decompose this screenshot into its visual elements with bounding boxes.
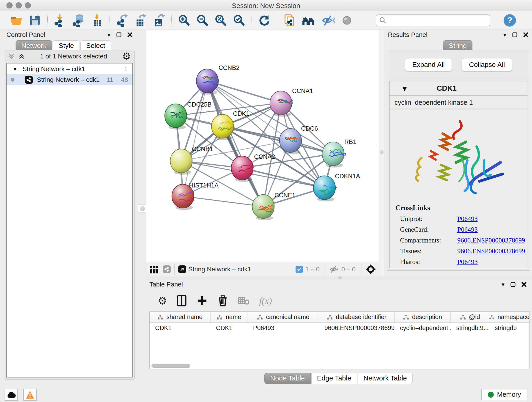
grid-view-icon[interactable] bbox=[149, 264, 159, 274]
crosshair-icon[interactable] bbox=[365, 264, 376, 274]
network-tree: ▾ String Network – cdk1 1 String Network… bbox=[6, 63, 133, 377]
refresh-view-button[interactable] bbox=[258, 14, 271, 27]
network-view-type-icon[interactable] bbox=[163, 265, 171, 273]
collection-label: String Network – cdk1 bbox=[22, 65, 85, 73]
close-panel-icon[interactable] bbox=[127, 32, 133, 37]
tab-edge-table[interactable]: Edge Table bbox=[311, 373, 357, 384]
network-node-cdk1: CDK1 bbox=[211, 110, 249, 140]
add-column-icon[interactable] bbox=[196, 295, 208, 306]
results-panel-title: Results Panel bbox=[388, 31, 428, 38]
collapse-all-button[interactable]: Collapse All bbox=[462, 58, 512, 71]
gene-section-header[interactable]: ▼ CDK1 bbox=[389, 81, 528, 95]
left-splitter-handle[interactable] bbox=[138, 205, 146, 212]
hidden-eye-slash-icon[interactable] bbox=[329, 265, 339, 274]
network-canvas[interactable]: CCNB2CCNA1CDC25BCDK1CDC6RB1CCNB1CCNA2CDK… bbox=[146, 30, 379, 262]
right-splitter-handle[interactable] bbox=[380, 150, 384, 154]
help-button[interactable]: ? bbox=[504, 14, 516, 27]
network-type-icon bbox=[25, 76, 33, 84]
section-expander-icon[interactable]: ▼ bbox=[402, 85, 407, 91]
table-row[interactable]: CDK1 CDK1 P06493 9606.ENSP00000378699 cy… bbox=[150, 323, 530, 333]
network-options-gear-icon[interactable]: ⚙ bbox=[122, 51, 131, 61]
expand-all-networks-icon[interactable] bbox=[8, 53, 15, 60]
network-file-share-button[interactable] bbox=[283, 14, 296, 27]
import-network-file-button[interactable] bbox=[54, 14, 66, 27]
svg-text:CDKN1A: CDKN1A bbox=[335, 173, 360, 180]
column-header[interactable]: canonical name bbox=[247, 312, 319, 322]
collapse-all-networks-icon[interactable] bbox=[18, 53, 25, 60]
zoom-selected-button[interactable] bbox=[233, 14, 246, 27]
tab-style[interactable]: Style bbox=[53, 40, 80, 51]
column-header[interactable]: name bbox=[210, 312, 248, 322]
column-header[interactable]: database identifier bbox=[319, 312, 394, 322]
import-network-from-database-button[interactable] bbox=[72, 14, 85, 27]
hide-glass-panel-button[interactable] bbox=[321, 14, 335, 27]
float-panel-icon[interactable] bbox=[512, 32, 517, 37]
crosslink-row: Uniprot:P06493 bbox=[389, 213, 528, 224]
warnings-button[interactable] bbox=[23, 389, 37, 401]
export-network-icon bbox=[116, 14, 129, 27]
table-options-gear-icon[interactable]: ⚙ bbox=[158, 295, 167, 306]
network-row-selected[interactable]: String Network – cdk1 11 48 bbox=[7, 74, 132, 85]
tab-network-table[interactable]: Network Table bbox=[358, 373, 413, 384]
horizontal-splitter-handle[interactable] bbox=[338, 276, 342, 280]
toolbar-separator bbox=[361, 264, 362, 274]
close-panel-icon[interactable] bbox=[523, 32, 528, 37]
open-session-button[interactable] bbox=[10, 14, 23, 27]
pharos-link[interactable]: P06493 bbox=[457, 258, 478, 266]
control-panel: Control Panel ▾ NetworkStyleSelectSets 1… bbox=[3, 30, 136, 387]
cloud-status-button[interactable] bbox=[5, 389, 18, 401]
window-title: Session: New Session bbox=[0, 2, 532, 10]
birds-eye-view-icon[interactable] bbox=[178, 265, 186, 273]
export-image-button[interactable] bbox=[152, 14, 165, 27]
right-splitter[interactable] bbox=[379, 30, 384, 276]
close-panel-icon[interactable] bbox=[521, 282, 526, 287]
uniprot-link[interactable]: P06493 bbox=[457, 215, 478, 223]
float-panel-icon[interactable] bbox=[116, 32, 121, 37]
memory-button[interactable]: Memory bbox=[481, 389, 527, 400]
tab-node-table[interactable]: Node Table bbox=[264, 373, 310, 384]
svg-text:CCNA2: CCNA2 bbox=[254, 153, 275, 160]
column-header[interactable]: shared name bbox=[150, 312, 210, 322]
tab-string[interactable]: String bbox=[443, 40, 472, 51]
show-columns-icon[interactable] bbox=[176, 295, 187, 307]
svg-text:CCNB1: CCNB1 bbox=[192, 146, 213, 153]
show-eye-button[interactable] bbox=[341, 14, 353, 27]
crosslink-label: GeneCard: bbox=[400, 226, 457, 233]
collapse-panel-icon[interactable]: ▾ bbox=[108, 32, 110, 38]
svg-text:CDC25B: CDC25B bbox=[187, 101, 212, 108]
float-panel-icon[interactable] bbox=[510, 282, 515, 287]
crosslink-label: Compartments: bbox=[400, 236, 457, 244]
delete-table-icon[interactable] bbox=[217, 295, 228, 307]
compartments-link[interactable]: 9606.ENSP00000378699 bbox=[457, 236, 525, 244]
genecard-link[interactable]: P06493 bbox=[457, 226, 478, 233]
zoom-fit-button[interactable] bbox=[215, 14, 227, 27]
save-icon bbox=[28, 14, 41, 27]
horizontal-splitter[interactable] bbox=[146, 276, 532, 279]
column-header[interactable]: namespace bbox=[489, 312, 530, 322]
crosslinks-title: CrossLinks bbox=[389, 200, 528, 213]
table-panel-title: Table Panel bbox=[149, 281, 183, 288]
save-session-button[interactable] bbox=[28, 14, 41, 27]
tab-select[interactable]: Select bbox=[80, 40, 111, 51]
gene-description: cyclin–dependent kinase 1 bbox=[389, 96, 528, 110]
zoom-out-button[interactable] bbox=[196, 14, 209, 27]
horizontal-scrollbar-thumb[interactable] bbox=[152, 364, 190, 368]
collapse-panel-icon[interactable]: ▾ bbox=[503, 32, 506, 38]
column-header[interactable]: @id bbox=[451, 312, 489, 322]
column-header[interactable]: description bbox=[394, 312, 451, 322]
tab-network[interactable]: Network bbox=[16, 40, 52, 51]
document-share-icon bbox=[283, 14, 296, 27]
tree-expander-icon[interactable]: ▾ bbox=[13, 66, 17, 72]
export-table-button[interactable] bbox=[134, 14, 147, 27]
expand-all-button[interactable]: Expand All bbox=[405, 58, 452, 71]
zoom-in-button[interactable] bbox=[178, 14, 191, 27]
tissues-link[interactable]: 9606.ENSP00000378699 bbox=[457, 247, 525, 255]
search-input[interactable] bbox=[376, 14, 490, 26]
collapse-panel-icon[interactable]: ▾ bbox=[501, 281, 505, 287]
network-collection-row[interactable]: ▾ String Network – cdk1 1 bbox=[7, 64, 132, 74]
string-home-button[interactable] bbox=[302, 14, 316, 27]
eye-icon bbox=[341, 14, 353, 27]
selected-nodes-checkbox[interactable] bbox=[296, 266, 303, 273]
import-table-button[interactable] bbox=[91, 14, 104, 27]
export-network-button[interactable] bbox=[116, 14, 129, 27]
